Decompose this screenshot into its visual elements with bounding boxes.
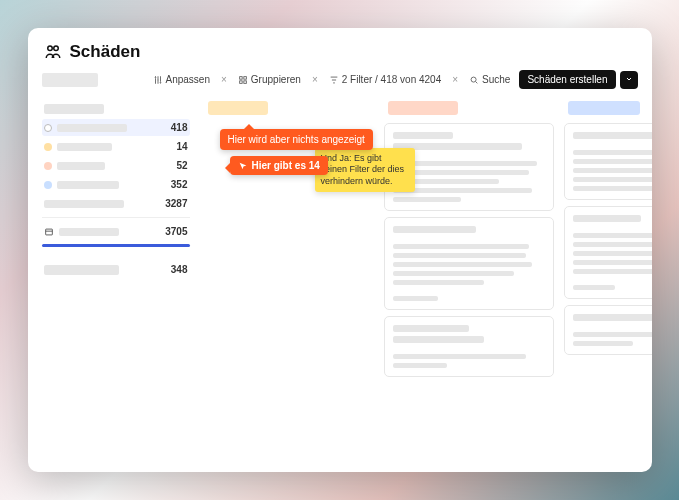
status-dot	[44, 181, 52, 189]
svg-rect-6	[244, 76, 247, 79]
search-icon	[469, 75, 479, 85]
pointer-icon	[238, 161, 248, 171]
svg-rect-5	[240, 76, 243, 79]
search-button[interactable]: Suche	[464, 71, 515, 88]
kanban-card[interactable]	[564, 123, 652, 200]
count: 418	[171, 122, 188, 133]
kanban-card[interactable]	[564, 305, 652, 355]
annotation-count: Hier gibt es 14	[230, 156, 328, 175]
status-dot	[44, 124, 52, 132]
page-title: Schäden	[70, 42, 141, 62]
annotation-empty: Hier wird aber nichts angezeigt	[220, 129, 373, 150]
svg-point-3	[157, 79, 158, 80]
kanban-card[interactable]	[384, 217, 554, 310]
filter-icon	[329, 75, 339, 85]
count: 52	[176, 160, 187, 171]
page-header: Schäden	[28, 28, 652, 70]
sidebar-subtotal: 3287	[42, 195, 190, 212]
sliders-icon	[153, 75, 163, 85]
svg-rect-8	[244, 80, 247, 83]
kanban-card[interactable]	[564, 206, 652, 299]
divider	[42, 217, 190, 218]
column-header[interactable]	[388, 101, 458, 115]
svg-rect-7	[240, 80, 243, 83]
column-header[interactable]	[208, 101, 268, 115]
status-dot	[44, 143, 52, 151]
filter-clear-icon[interactable]: ×	[450, 74, 460, 85]
grid-icon	[238, 75, 248, 85]
kanban-card[interactable]	[384, 316, 554, 377]
filter-button[interactable]: 2 Filter / 418 von 4204	[324, 71, 447, 88]
sidebar-item[interactable]: 418	[42, 119, 190, 136]
svg-point-4	[160, 82, 161, 83]
customize-button[interactable]: Anpassen	[148, 71, 215, 88]
app-window: Schäden Anpassen × Gruppieren × 2 Filter…	[28, 28, 652, 472]
status-dot	[44, 162, 52, 170]
kanban-board[interactable]	[200, 97, 652, 472]
sidebar-item[interactable]: 52	[42, 157, 190, 174]
svg-rect-10	[45, 229, 52, 235]
chevron-down-icon	[625, 75, 633, 83]
customize-clear-icon[interactable]: ×	[219, 74, 229, 85]
sidebar-item[interactable]: 352	[42, 176, 190, 193]
damages-icon	[44, 43, 62, 61]
count: 352	[171, 179, 188, 190]
svg-point-9	[471, 77, 476, 82]
column-header[interactable]	[568, 101, 640, 115]
title-skeleton	[42, 73, 98, 87]
progress-bar	[42, 244, 190, 247]
group-clear-icon[interactable]: ×	[310, 74, 320, 85]
sidebar-item[interactable]: 14	[42, 138, 190, 155]
count: 14	[176, 141, 187, 152]
svg-point-0	[47, 46, 52, 51]
annotation-note: Und Ja: Es gibt keinen Filter der dies v…	[315, 148, 415, 192]
list-icon	[44, 227, 54, 237]
svg-point-2	[155, 77, 156, 78]
group-button[interactable]: Gruppieren	[233, 71, 306, 88]
svg-point-1	[53, 46, 58, 51]
create-button[interactable]: Schäden erstellen	[519, 70, 615, 89]
create-dropdown-button[interactable]	[620, 71, 638, 89]
sidebar-skeleton	[42, 101, 190, 117]
sidebar-footer-item[interactable]: 348	[42, 261, 190, 278]
toolbar: Anpassen × Gruppieren × 2 Filter / 418 v…	[104, 70, 638, 89]
sidebar: 418 14 52 352 3287	[28, 97, 200, 472]
sidebar-total[interactable]: 3705	[42, 223, 190, 240]
toolbar-row: Anpassen × Gruppieren × 2 Filter / 418 v…	[28, 70, 652, 97]
kanban-column	[564, 101, 652, 462]
